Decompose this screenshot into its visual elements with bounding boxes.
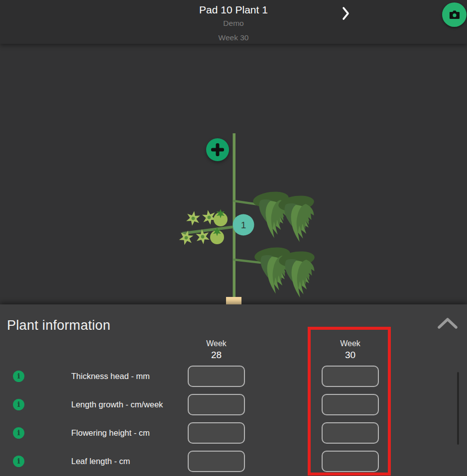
page-title: Pad 10 Plant 1 <box>0 3 467 16</box>
camera-icon <box>448 8 462 22</box>
truss-node-badge[interactable]: 1 <box>233 214 254 236</box>
truss-branch <box>178 209 234 247</box>
week-label: Week <box>322 339 379 349</box>
info-icon: i <box>17 371 20 382</box>
thickness-head-week30-input[interactable] <box>322 366 379 387</box>
plant-stem <box>233 133 236 298</box>
chevron-right-icon <box>335 3 356 24</box>
week-number: 30 <box>322 349 379 362</box>
thickness-head-week28-input[interactable] <box>188 366 245 387</box>
flowering-height-week30-input[interactable] <box>322 422 379 444</box>
flowering-height-week28-input[interactable] <box>188 422 245 444</box>
info-button[interactable]: i <box>13 456 24 467</box>
panel-title: Plant information <box>7 318 111 333</box>
truss-node-number: 1 <box>241 220 246 230</box>
week-number: 28 <box>188 349 245 362</box>
current-week-label: Week 30 <box>0 33 467 43</box>
table-row: i Leaf length - cm <box>0 451 467 472</box>
plant-canvas: 1 <box>0 44 467 304</box>
info-button[interactable]: i <box>13 427 24 439</box>
chevron-up-icon <box>435 313 460 333</box>
week-column-header-30: Week 30 <box>322 339 379 362</box>
next-plant-button[interactable] <box>335 3 356 24</box>
tomato-icon <box>214 209 228 226</box>
info-icon: i <box>17 427 20 439</box>
info-button[interactable]: i <box>13 399 24 410</box>
length-growth-week28-input[interactable] <box>188 394 245 415</box>
camera-button[interactable] <box>442 2 467 27</box>
leaf-length-week30-input[interactable] <box>322 451 379 472</box>
info-icon: i <box>17 399 20 410</box>
week-column-header-28: Week 28 <box>188 339 245 362</box>
info-button[interactable]: i <box>13 371 24 382</box>
table-row: i Flowering height - cm <box>0 422 467 444</box>
plant-registration-app: Pad 10 Plant 1 Demo Week 30 <box>0 0 467 476</box>
table-row: i Thickness head - mm <box>0 366 467 387</box>
collapse-panel-button[interactable] <box>435 313 460 333</box>
week-label: Week <box>188 339 245 349</box>
measurement-label: Length growth - cm/week <box>71 394 163 415</box>
plant-information-panel: Plant information Week 28 Week 30 i Thic… <box>0 304 467 476</box>
measurement-label: Thickness head - mm <box>71 366 150 387</box>
measurement-label: Flowering height - cm <box>71 422 150 444</box>
flower-icon <box>186 210 201 226</box>
info-icon: i <box>17 456 20 467</box>
length-growth-week30-input[interactable] <box>322 394 379 415</box>
top-bar: Pad 10 Plant 1 Demo Week 30 <box>0 0 467 44</box>
leaf-length-week28-input[interactable] <box>188 451 245 472</box>
add-node-button[interactable] <box>206 138 229 161</box>
table-row: i Length growth - cm/week <box>0 394 467 415</box>
page-subtitle: Demo <box>0 18 467 28</box>
measurement-label: Leaf length - cm <box>71 451 130 472</box>
plant-base <box>226 297 241 304</box>
lower-branch <box>234 246 317 298</box>
panel-scrollbar[interactable] <box>457 372 459 445</box>
